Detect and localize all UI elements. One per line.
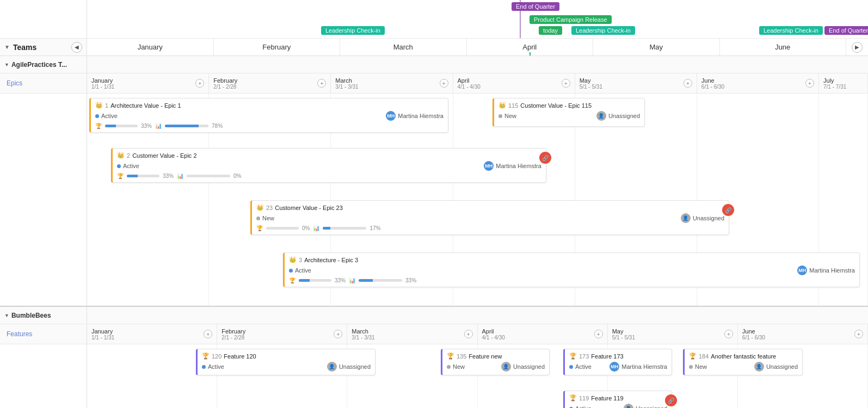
- add-feature-feb[interactable]: +: [334, 330, 342, 338]
- month-may: May: [593, 39, 720, 55]
- team-bumblebees-label[interactable]: ▼ BumbleBees: [0, 307, 87, 324]
- month-january: January: [87, 39, 214, 55]
- period-agile-apr: April 4/1 - 4/30 +: [453, 73, 575, 93]
- chevron-down-icon-bb: ▼: [4, 313, 9, 318]
- milestone-lc3: Leadership Check-in: [759, 26, 823, 35]
- month-april: April: [467, 39, 594, 55]
- link-badge-e23[interactable]: 🔗: [722, 204, 734, 216]
- milestone-lc2: Leadership Check-in: [571, 26, 635, 35]
- milestone-lc1: Leadership Check-in: [321, 26, 385, 35]
- period-bb-may: May 5/1 - 5/31 +: [608, 324, 738, 344]
- chevron-down-icon: ▼: [4, 44, 10, 50]
- period-agile-jul: July 7/1 - 7/31: [819, 73, 868, 93]
- feature-card-173[interactable]: 🏆 173 Feature 173 Active MH Martina: [563, 349, 672, 375]
- today-vline: [530, 52, 531, 55]
- feature-card-119[interactable]: 🏆 119 Feature 119 Active 👤 Unassig: [563, 391, 672, 408]
- period-agile-jun: June 6/1 - 6/30 +: [697, 73, 819, 93]
- milestone-eoq2: End of Quarter: [824, 26, 868, 35]
- period-agile-mar: March 3/1 - 3/31 +: [331, 73, 453, 93]
- epic-card-1[interactable]: 👑 1 Architecture Value - Epic 1 Active M…: [89, 98, 448, 133]
- period-agile-may: May 5/1 - 5/31 +: [575, 73, 697, 93]
- epic-card-2[interactable]: 👑 2 Customer Value - Epic 2 Active MH: [111, 148, 546, 183]
- chevron-down-icon-agile: ▼: [4, 62, 9, 67]
- month-extra: ▶: [846, 39, 868, 55]
- period-bb-jun: June 6/1 - 6/30 +: [738, 324, 868, 344]
- period-agile-jan: January 1/1 - 1/31 +: [87, 73, 209, 93]
- add-epic-feb[interactable]: +: [317, 79, 326, 88]
- add-feature-mar[interactable]: +: [464, 330, 473, 338]
- crown-icon: 👑: [95, 102, 103, 109]
- add-epic-apr[interactable]: +: [562, 79, 570, 88]
- month-march: March: [340, 39, 467, 55]
- link-badge-e2[interactable]: 🔗: [539, 152, 551, 164]
- period-bb-jan: January 1/1 - 1/31 +: [87, 324, 217, 344]
- epic-card-23[interactable]: 👑 23 Customer Value - Epic 23 New 👤: [250, 200, 729, 235]
- epic-card-3[interactable]: 👑 3 Architecture - Epic 3 Active MH: [283, 252, 860, 287]
- period-bb-feb: February 2/1 - 2/28 +: [217, 324, 347, 344]
- team-section-agile: ▼ AgilePractices T... Epics January 1/1 …: [0, 56, 868, 306]
- period-agile-feb: February 2/1 - 2/28 +: [209, 73, 331, 93]
- feature-card-184[interactable]: 🏆 184 Another fantastic feature New 👤: [683, 349, 803, 375]
- crown-icon-115: 👑: [498, 102, 506, 109]
- add-feature-jan[interactable]: +: [204, 330, 212, 338]
- add-feature-jun[interactable]: +: [854, 330, 863, 338]
- milestone-eoq1: End of Quarter: [512, 2, 559, 11]
- nav-next-button[interactable]: ▶: [852, 42, 863, 53]
- add-epic-jun[interactable]: +: [805, 79, 814, 88]
- team-section-bumblebees: ▼ BumbleBees Features January 1/1 - 1/31: [0, 306, 868, 408]
- month-february: February: [214, 39, 341, 55]
- add-epic-may[interactable]: +: [684, 79, 692, 88]
- teams-label: Teams: [13, 43, 36, 52]
- nav-prev-button[interactable]: ◀: [71, 42, 82, 53]
- period-bb-apr: April 4/1 - 4/30 +: [478, 324, 608, 344]
- milestone-today: today: [539, 26, 562, 35]
- subtype-features: Features: [0, 324, 87, 344]
- add-epic-jan[interactable]: +: [195, 79, 204, 88]
- epic-card-115[interactable]: 👑 115 Customer Value - Epic 115 New 👤: [493, 98, 645, 127]
- team-agile-label[interactable]: ▼ AgilePractices T...: [0, 56, 87, 73]
- app: Leadership Check-in End of Quarter Produ…: [0, 0, 868, 408]
- month-june: June: [720, 39, 847, 55]
- subtype-epics: Epics: [0, 73, 87, 93]
- link-badge-f119[interactable]: 🔗: [665, 394, 677, 406]
- milestone-pcr: Product Campaign Release: [530, 15, 612, 24]
- teams-sidebar-header: ▼ Teams ◀: [0, 39, 87, 55]
- feature-card-120[interactable]: 🏆 120 Feature 120 Active 👤 Unassig: [196, 349, 375, 375]
- add-epic-mar[interactable]: +: [440, 79, 448, 88]
- period-bb-mar: March 3/1 - 3/31 +: [347, 324, 477, 344]
- feature-card-135[interactable]: 🏆 135 Feature new New 👤 Unassigned: [441, 349, 550, 375]
- add-feature-apr[interactable]: +: [594, 330, 603, 338]
- add-feature-may[interactable]: +: [724, 330, 733, 338]
